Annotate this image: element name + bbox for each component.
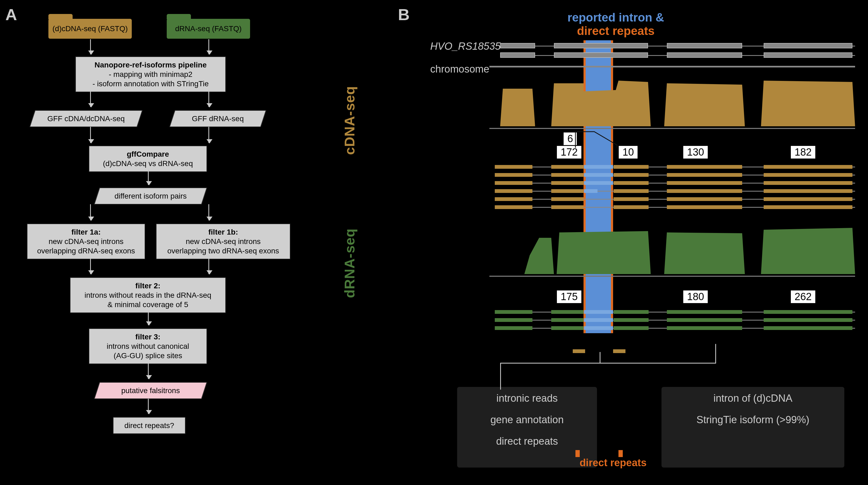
ref-exon: [667, 53, 742, 58]
panel-label-a: A: [5, 5, 17, 24]
arrow: [148, 363, 149, 379]
cdna-count-r1: 130: [683, 146, 708, 159]
f1b-l2: overlapping two dRNA-seq exons: [167, 247, 279, 255]
f3-l1: introns without canonical: [107, 342, 189, 350]
chrom-label: chromosome: [430, 63, 489, 75]
f1b-title: filter 1b:: [208, 228, 238, 236]
gff-drna-label: GFF dRNA-seq: [178, 114, 258, 123]
lbl-directrep-detail: direct repeats: [565, 457, 661, 469]
input-cdna-tab: (d)cDNA-seq (FASTQ): [49, 19, 132, 39]
putative-box: putative falsitrons: [94, 382, 207, 399]
ref-exon: [554, 43, 648, 48]
arrow: [148, 399, 149, 414]
gff-cdna-box: GFF cDNA/dcDNA-seq: [30, 110, 143, 127]
nanopore-title: Nanopore-ref-isoforms pipeline: [95, 61, 207, 69]
ref-exon: [500, 43, 535, 48]
drna-coverage: [489, 223, 855, 277]
f1a-title: filter 1a:: [71, 228, 101, 236]
f2-l1: introns without reads in the dRNA-seq: [85, 291, 211, 299]
arrow: [148, 169, 149, 185]
gffcompare-title: gffCompare: [127, 150, 169, 158]
f1a-l2: overlapping dRNA-seq exons: [37, 247, 135, 255]
f2-l2: & minimal coverage of 5: [107, 300, 188, 309]
arrow: [208, 258, 209, 274]
lbl-intronic: intronic reads: [468, 392, 586, 405]
f3-l2: (AG-GU) splice sites: [114, 352, 182, 360]
title-line1: reported intron &: [522, 11, 710, 24]
detail-dash: [573, 349, 585, 353]
arrow: [90, 127, 91, 143]
cdna-coverage: [489, 75, 855, 129]
lbl-directrep: direct repeats: [468, 435, 586, 448]
drna-baseline: [489, 276, 855, 277]
filter1a-box: filter 1a: new cDNA-seq introns overlapp…: [27, 224, 145, 259]
diff-pairs-box: different isoform pairs: [94, 188, 207, 204]
nanopore-l2: - isoform annotation with STringTie: [93, 79, 209, 88]
conn: [500, 363, 501, 390]
drna-count-left: 175: [557, 290, 582, 303]
input-drna-tab: dRNA-seq (FASTQ): [167, 19, 250, 39]
gff-drna-box: GFF dRNA-seq: [169, 110, 266, 127]
arrow: [90, 39, 91, 54]
arrow: [148, 312, 149, 325]
lbl-intron-a: intron of (d)cDNA: [672, 392, 834, 405]
orange-tick: [618, 450, 623, 457]
vlabel-cdna: cDNA-seq: [341, 86, 358, 155]
right-title: reported intron & direct repeats: [522, 11, 710, 38]
ref-exon: [500, 53, 535, 58]
conn: [715, 344, 716, 363]
cdna-baseline: [489, 128, 855, 129]
f3-title: filter 3:: [135, 333, 160, 341]
putative-label: putative falsitrons: [102, 386, 199, 395]
arrow: [90, 258, 91, 274]
filter3-box: filter 3: introns without canonical (AG-…: [89, 328, 207, 364]
f1a-l1: new cDNA-seq introns: [49, 237, 124, 246]
gffcompare-box: gffCompare (d)cDNA-seq vs dRNA-seq: [89, 146, 207, 172]
conn: [500, 363, 715, 363]
filter1b-box: filter 1b: new cDNA-seq introns overlapp…: [156, 224, 290, 259]
lbl-geneannot: gene annotation: [468, 414, 586, 426]
count-connector: [567, 129, 634, 148]
arrow: [208, 127, 209, 143]
panel-label-b: B: [398, 5, 409, 24]
gffcompare-sub: (d)cDNA-seq vs dRNA-seq: [103, 159, 193, 168]
input-drna-label: dRNA-seq (FASTQ): [175, 25, 242, 33]
f1b-l1: new cDNA-seq introns: [186, 237, 261, 246]
arrow: [90, 91, 91, 107]
vlabel-drna: dRNA-seq: [341, 228, 358, 298]
ref-exon: [764, 43, 852, 48]
gene-name: HVO_RS18535: [430, 40, 501, 53]
ref-exon: [554, 53, 648, 58]
filter2-box: filter 2: introns without reads in the d…: [70, 277, 226, 313]
ref-exon: [667, 43, 742, 48]
nanopore-l1: - mapping with minimap2: [108, 70, 192, 78]
direct-repeats-label: direct repeats?: [124, 421, 174, 430]
arrow: [208, 204, 209, 220]
input-cdna-label: (d)cDNA-seq (FASTQ): [53, 25, 128, 33]
direct-repeats-box: direct repeats?: [113, 417, 186, 434]
ref-exon: [764, 53, 852, 58]
drna-count-r2: 262: [790, 290, 815, 303]
diff-pairs-label: different isoform pairs: [102, 191, 199, 201]
title-line2: direct repeats: [522, 24, 710, 38]
detail-dash: [613, 349, 625, 353]
f2-title: filter 2:: [135, 282, 160, 290]
cdna-count-r2: 182: [790, 146, 815, 159]
arrow: [90, 204, 91, 220]
arrow: [208, 91, 209, 107]
gff-cdna-label: GFF cDNA/dcDNA-seq: [38, 114, 134, 123]
arrow: [208, 39, 209, 54]
chrom-line: [489, 66, 855, 67]
conn: [600, 352, 600, 363]
nanopore-box: Nanopore-ref-isoforms pipeline - mapping…: [75, 57, 226, 92]
right-panel: reported intron & direct repeats HVO_RS1…: [414, 11, 855, 467]
orange-tick: [576, 450, 580, 457]
lbl-intron-b: StringTie isoform (>99%): [672, 414, 834, 426]
drna-count-r1: 180: [683, 290, 708, 303]
